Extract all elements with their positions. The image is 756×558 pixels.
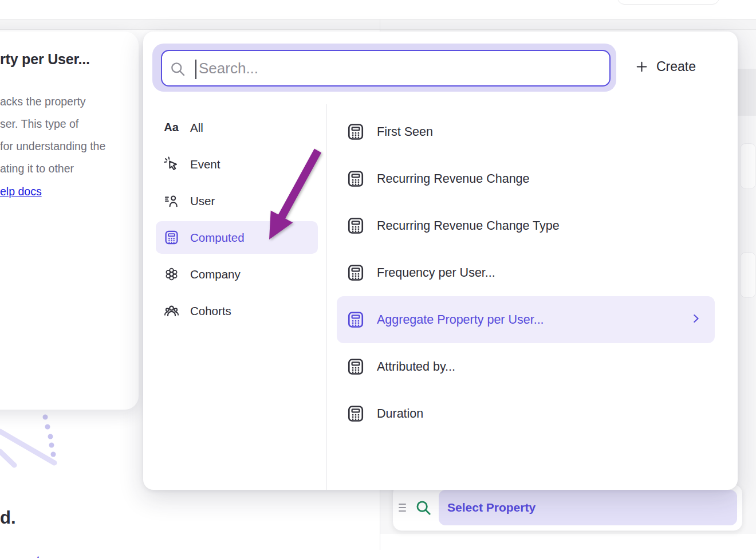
property-item[interactable]: Recurring Revenue Change Type: [337, 202, 715, 249]
calculator-icon: [346, 264, 365, 282]
tooltip-body: acks the property ser. This type of for …: [0, 91, 129, 203]
chevron-right-icon: [690, 312, 715, 327]
clipped-link-fragment: property: [0, 554, 137, 558]
sidebar-item-label: Company: [190, 268, 241, 281]
select-property-label: Select Property: [447, 501, 536, 514]
clipped-heading-fragment: d.: [0, 508, 16, 528]
decorative-doodles: [0, 408, 80, 477]
sidebar-item-company[interactable]: Company: [156, 258, 318, 290]
property-item-label: First Seen: [377, 125, 715, 139]
sidebar-item-label: Event: [190, 158, 220, 171]
sidebar-item-cohorts[interactable]: Cohorts: [156, 294, 318, 327]
calculator-icon: [346, 311, 365, 329]
sidebar-item-label: All: [190, 121, 203, 135]
property-item-label: Recurring Revenue Change Type: [377, 219, 715, 233]
property-item[interactable]: Aggregate Property per User...: [337, 296, 715, 343]
property-item-label: Duration: [377, 407, 715, 421]
property-item-label: Recurring Revenue Change: [377, 172, 715, 186]
search-field-wrap: [161, 50, 611, 87]
drag-handle-icon[interactable]: [399, 503, 409, 512]
calculator-icon: [346, 404, 365, 423]
property-picker-modal: Create AaAllEventUserComputedCompanyCoho…: [143, 32, 738, 490]
calculator-icon: [346, 357, 365, 376]
aa-text-icon: Aa: [163, 120, 179, 136]
modal-column-divider: [326, 104, 327, 490]
background-toolbar-band: [0, 19, 756, 30]
plus-icon: [635, 60, 649, 74]
property-item-label: Aggregate Property per User...: [377, 313, 678, 327]
property-item[interactable]: First Seen: [337, 108, 715, 155]
property-item-label: Frequency per User...: [377, 266, 715, 280]
calculator-icon: [346, 123, 365, 142]
background-top-right-card: [617, 0, 719, 5]
property-list: First SeenRecurring Revenue ChangeRecurr…: [337, 108, 715, 437]
sidebar-item-label: Computed: [190, 231, 245, 245]
select-property-button[interactable]: Select Property: [439, 490, 737, 525]
sidebar-item-label: Cohorts: [190, 304, 231, 318]
background-row-block: [738, 69, 756, 116]
sidebar-item-all[interactable]: AaAll: [156, 111, 318, 144]
property-item[interactable]: Duration: [337, 390, 715, 437]
cohorts-icon: [163, 303, 179, 319]
sidebar-item-user[interactable]: User: [156, 184, 318, 217]
background-card-edge: [740, 252, 756, 298]
property-item[interactable]: Attributed by...: [337, 343, 715, 390]
background-card-edge: [740, 143, 756, 189]
tooltip-line: acks the property: [0, 91, 129, 113]
tooltip-line: ating it to other: [0, 158, 129, 180]
tooltip-line: ser. This type of: [0, 113, 129, 135]
sidebar-item-event[interactable]: Event: [156, 148, 318, 180]
property-item-label: Attributed by...: [377, 360, 715, 374]
property-item[interactable]: Recurring Revenue Change: [337, 155, 715, 202]
user-icon: [163, 193, 179, 209]
help-docs-link[interactable]: elp docs: [0, 180, 42, 203]
event-click-icon: [163, 156, 179, 172]
calculator-icon: [163, 230, 179, 246]
category-list: AaAllEventUserComputedCompanyCohorts: [156, 111, 318, 327]
company-icon: [163, 266, 179, 282]
sidebar-item-label: User: [190, 194, 215, 208]
property-item[interactable]: Frequency per User...: [337, 249, 715, 296]
search-icon-green: [415, 499, 432, 516]
tooltip-title: rty per User...: [0, 51, 129, 68]
create-button-label: Create: [656, 59, 696, 74]
search-input[interactable]: [162, 51, 609, 85]
property-description-tooltip: rty per User... acks the property ser. T…: [0, 32, 139, 410]
property-selector-card: Select Property: [392, 484, 743, 531]
calculator-icon: [346, 217, 365, 235]
sidebar-item-computed[interactable]: Computed: [156, 221, 318, 254]
create-button[interactable]: Create: [635, 59, 696, 74]
tooltip-line: for understanding the: [0, 135, 129, 158]
calculator-icon: [346, 170, 365, 188]
